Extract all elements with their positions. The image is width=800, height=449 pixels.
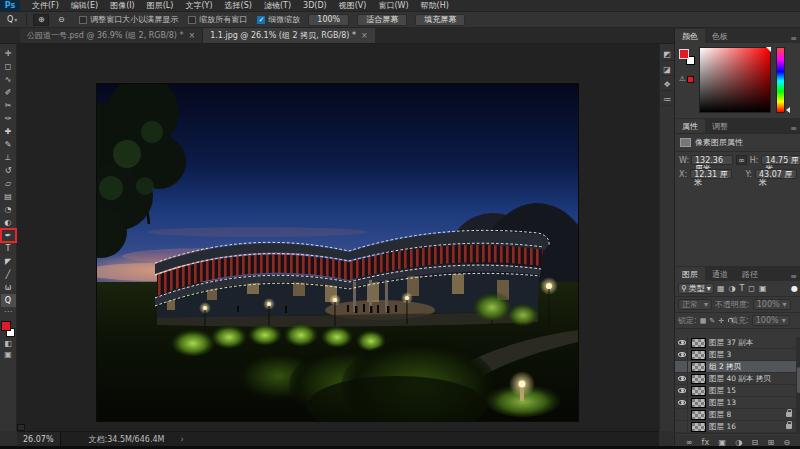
menu-type[interactable]: 文字(Y)	[179, 0, 218, 12]
fill-screen-button[interactable]: 填充屏幕	[415, 14, 465, 26]
hand-tool[interactable]: ω	[1, 281, 16, 294]
tab-paths[interactable]: 路径	[735, 267, 765, 281]
visibility-toggle[interactable]	[677, 349, 688, 360]
visibility-toggle[interactable]	[677, 373, 688, 384]
adjustment-layer-filter-icon[interactable]: ◑	[727, 284, 736, 293]
shape-tool[interactable]: ╱	[1, 268, 16, 281]
healing-brush-tool[interactable]: ✚	[1, 125, 16, 138]
edit-toolbar-button[interactable]: ⋯	[4, 307, 12, 317]
pen-tool-highlighted[interactable]: ✒	[1, 229, 16, 242]
document-tab-active[interactable]: 1.1.jpg @ 26.1% (组 2 拷贝, RGB/8) * ×	[203, 28, 374, 43]
lock-transparency-icon[interactable]: ▦	[700, 317, 707, 325]
gamut-warning[interactable]: ⚠	[679, 75, 694, 83]
visibility-toggle[interactable]	[677, 361, 688, 372]
lock-paint-icon[interactable]: ✎	[709, 317, 715, 325]
libraries-icon[interactable]: ❖	[661, 78, 674, 91]
marquee-tool[interactable]: ◻	[1, 60, 16, 73]
type-tool[interactable]: T	[1, 242, 16, 255]
gradient-tool[interactable]: ▤	[1, 190, 16, 203]
brush-tool[interactable]: ✎	[1, 138, 16, 151]
eraser-tool[interactable]: ▱	[1, 177, 16, 190]
menu-select[interactable]: 选择(S)	[219, 0, 258, 12]
tab-channels[interactable]: 通道	[705, 267, 735, 281]
hue-slider[interactable]	[776, 47, 785, 113]
layer-thumbnail[interactable]	[691, 350, 706, 360]
visibility-toggle[interactable]	[677, 433, 688, 434]
layer-row[interactable]: 图层 13	[675, 397, 796, 409]
path-select-tool[interactable]: ◤	[1, 255, 16, 268]
saturation-brightness-field[interactable]	[699, 47, 771, 113]
layer-filter-kind[interactable]: ⚲ 类型 ▾	[678, 283, 714, 294]
menu-window[interactable]: 窗口(W)	[372, 0, 414, 12]
canvas-area[interactable]	[17, 44, 659, 431]
menu-file[interactable]: 文件(F)	[26, 0, 65, 12]
type-layer-filter-icon[interactable]: T	[738, 284, 745, 293]
tab-swatches[interactable]: 色板	[705, 29, 735, 43]
shape-layer-filter-icon[interactable]: ◻	[747, 284, 756, 293]
layer-thumbnail[interactable]	[691, 362, 706, 372]
history-brush-tool[interactable]: ↺	[1, 164, 16, 177]
layer-row-selected[interactable]: 组 2 拷贝	[675, 361, 796, 373]
layer-row[interactable]: 图层 40 副本 拷贝	[675, 373, 796, 385]
visibility-toggle[interactable]	[677, 337, 688, 348]
document-canvas-image[interactable]	[97, 84, 578, 421]
brush-settings-icon[interactable]: ◩	[661, 48, 674, 61]
layer-thumbnail[interactable]	[691, 338, 706, 348]
layer-row[interactable]: 图层 3	[675, 349, 796, 361]
tab-color[interactable]: 颜色	[675, 29, 705, 43]
panel-menu-icon[interactable]: ≡	[790, 34, 800, 43]
crop-tool[interactable]: ✂	[1, 99, 16, 112]
blend-mode-select[interactable]: 正常 ▾	[678, 299, 712, 310]
close-icon[interactable]: ×	[188, 31, 195, 40]
layer-thumbnail[interactable]	[691, 386, 706, 396]
panel-menu-icon[interactable]: ≡	[790, 272, 800, 281]
adjustments-presets-icon[interactable]: ≔	[661, 93, 674, 106]
menu-layer[interactable]: 图层(L)	[141, 0, 180, 12]
layer-thumbnail[interactable]	[691, 410, 706, 420]
filter-toggle-icon[interactable]: ●	[791, 284, 798, 293]
zoom-out-button[interactable]: ⊖	[53, 14, 69, 26]
menu-edit[interactable]: 编辑(E)	[65, 0, 104, 12]
color-swatches[interactable]	[1, 321, 16, 338]
menu-filter[interactable]: 滤镜(T)	[258, 0, 297, 12]
close-icon[interactable]: ×	[361, 31, 368, 40]
blur-tool[interactable]: ◔	[1, 203, 16, 216]
layer-thumbnail[interactable]	[691, 422, 706, 432]
clone-stamp-tool[interactable]: ⊥	[1, 151, 16, 164]
menu-help[interactable]: 帮助(H)	[415, 0, 455, 12]
eyedropper-tool[interactable]: ✑	[1, 112, 16, 125]
visibility-toggle[interactable]	[677, 421, 688, 432]
tab-properties[interactable]: 属性	[675, 119, 705, 133]
layer-thumbnail[interactable]	[691, 398, 706, 408]
zoom-in-button[interactable]: ⊕	[33, 14, 49, 26]
fg-bg-swatches[interactable]	[679, 49, 697, 67]
visibility-toggle[interactable]	[677, 409, 688, 420]
tab-adjustments[interactable]: 调整	[705, 119, 735, 133]
move-tool[interactable]: ✛	[1, 47, 16, 60]
smart-object-filter-icon[interactable]: ▣	[758, 284, 768, 293]
status-options-arrow[interactable]: ›	[180, 435, 183, 444]
visibility-toggle[interactable]	[677, 385, 688, 396]
layer-row[interactable]: 图层 37 副本	[675, 337, 796, 349]
layer-thumbnail[interactable]	[691, 374, 706, 384]
opacity-select[interactable]: 100% ▾	[753, 299, 791, 310]
y-field[interactable]: 43.07 厘米	[755, 169, 797, 179]
quick-select-tool[interactable]: ✐	[1, 86, 16, 99]
menu-image[interactable]: 图像(I)	[104, 0, 141, 12]
lock-position-icon[interactable]: ✛	[718, 317, 724, 325]
fit-screen-button[interactable]: 适合屏幕	[357, 14, 407, 26]
zoom-level-field[interactable]: 26.07%	[17, 432, 61, 447]
hue-slider-arrow[interactable]	[786, 107, 790, 113]
tab-layers[interactable]: 图层	[675, 267, 705, 281]
zoom-all-windows-checkbox[interactable]: 缩放所有窗口	[188, 14, 247, 25]
layer-thumbnail[interactable]	[691, 434, 706, 435]
layers-scrollbar[interactable]	[796, 337, 800, 434]
document-tab[interactable]: 公园道一号.psd @ 36.9% (组 2, RGB/8) * ×	[20, 28, 203, 43]
dodge-tool[interactable]: ◐	[1, 216, 16, 229]
link-dimensions-icon[interactable]: ∞	[736, 155, 747, 165]
quick-mask-button[interactable]: ◧	[1, 338, 16, 349]
foreground-color-swatch[interactable]	[679, 49, 689, 59]
menu-view[interactable]: 视图(V)	[333, 0, 373, 12]
zoom-tool[interactable]: Q	[1, 294, 16, 307]
screen-mode-button[interactable]: ▣	[1, 349, 16, 360]
